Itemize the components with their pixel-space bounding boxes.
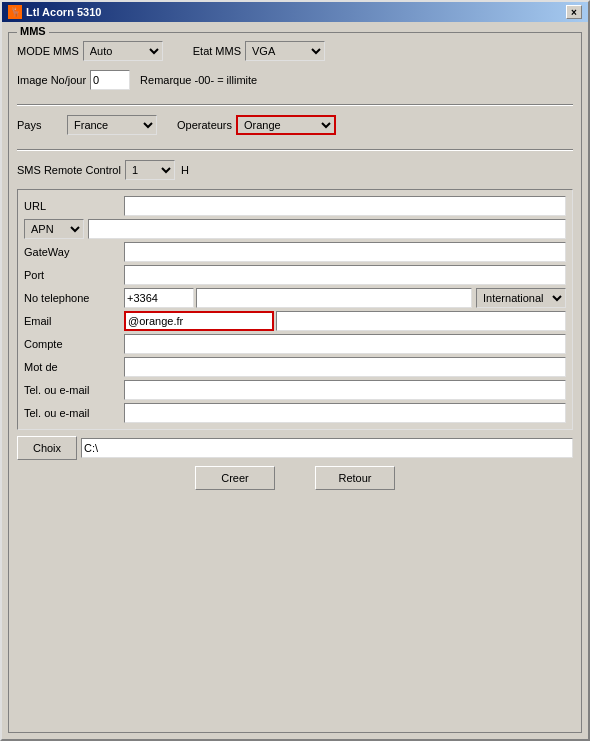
url-label: URL [24,200,124,212]
top-section: MODE MMS Auto Etat MMS VGA Image No/jour… [17,41,573,185]
port-label: Port [24,269,124,281]
close-button[interactable]: × [566,5,582,19]
separator2 [17,149,573,151]
row-email: Email [24,311,566,331]
sms-remote-label: SMS Remote Control [17,164,121,176]
footer-buttons: Creer Retour [17,466,573,490]
tel-email1-label: Tel. ou e-mail [24,384,124,396]
email-label: Email [24,315,124,327]
image-no-jour-label: Image No/jour [17,74,86,86]
separator1 [17,104,573,106]
compte-input[interactable] [124,334,566,354]
apn-select[interactable]: APN [24,219,84,239]
row-telephone: No telephone International National [24,288,566,308]
pays-select[interactable]: France Belgium Germany Spain [67,115,157,135]
remarque-label: Remarque -00- = illimite [140,74,257,86]
retour-button[interactable]: Retour [315,466,395,490]
mms-group: MMS MODE MMS Auto Etat MMS VGA Image No/ [8,32,582,733]
url-input[interactable] [124,196,566,216]
image-no-jour-input[interactable] [90,70,130,90]
mode-mms-select[interactable]: Auto [83,41,163,61]
telephone-prefix-input[interactable] [124,288,194,308]
row-motde: Mot de [24,357,566,377]
row-image: Image No/jour Remarque -00- = illimite [17,70,573,90]
row-pays-operateurs: Pays France Belgium Germany Spain Operat… [17,115,573,135]
inner-section: URL APN GateWay Port [17,189,573,430]
row-tel-email2: Tel. ou e-mail [24,403,566,423]
row-sms: SMS Remote Control 1 2 3 H [17,160,573,180]
pays-label: Pays [17,119,67,131]
apn-input[interactable] [88,219,566,239]
etat-mms-select[interactable]: VGA [245,41,325,61]
row-tel-email1: Tel. ou e-mail [24,380,566,400]
tel-email1-input[interactable] [124,380,566,400]
mode-mms-label: MODE MMS [17,45,79,57]
row-compte: Compte [24,334,566,354]
creer-button[interactable]: Creer [195,466,275,490]
row-apn: APN [24,219,566,239]
mot-de-label: Mot de [24,361,124,373]
window-title: Ltl Acorn 5310 [26,6,101,18]
row-gateway: GateWay [24,242,566,262]
sms-remote-select[interactable]: 1 2 3 [125,160,175,180]
mot-de-input[interactable] [124,357,566,377]
telephone-type-select[interactable]: International National [476,288,566,308]
gateway-input[interactable] [124,242,566,262]
email-input2[interactable] [276,311,566,331]
no-telephone-label: No telephone [24,292,124,304]
footer-choix-row: Choix [17,436,573,460]
main-window: 🦌 Ltl Acorn 5310 × MMS MODE MMS Auto Eta… [0,0,590,741]
row-mode-etat: MODE MMS Auto Etat MMS VGA [17,41,573,61]
compte-label: Compte [24,338,124,350]
email-input[interactable] [124,311,274,331]
choix-button[interactable]: Choix [17,436,77,460]
operateurs-select[interactable]: Orange SFR Bouygues Free [236,115,336,135]
title-bar: 🦌 Ltl Acorn 5310 × [2,2,588,22]
gateway-label: GateWay [24,246,124,258]
tel-email2-input[interactable] [124,403,566,423]
choix-path-input[interactable] [81,438,573,458]
port-input[interactable] [124,265,566,285]
telephone-number-input[interactable] [196,288,472,308]
etat-mms-label: Etat MMS [193,45,241,57]
window-content: MMS MODE MMS Auto Etat MMS VGA Image No/ [2,22,588,739]
mms-group-label: MMS [17,25,49,37]
row-port: Port [24,265,566,285]
operateurs-label: Operateurs [177,119,232,131]
title-bar-title: 🦌 Ltl Acorn 5310 [8,5,101,19]
app-icon: 🦌 [8,5,22,19]
tel-email2-label: Tel. ou e-mail [24,407,124,419]
sms-h-label: H [181,164,189,176]
row-url: URL [24,196,566,216]
